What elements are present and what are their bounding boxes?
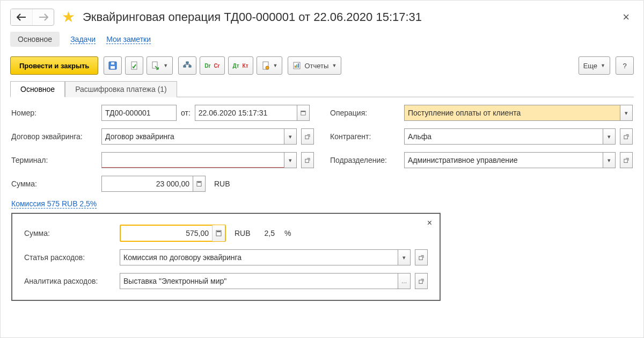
svg-rect-25 xyxy=(419,280,422,283)
counterparty-label: Контрагент: xyxy=(330,132,400,141)
operation-select[interactable] xyxy=(404,105,620,121)
contract-dropdown-button[interactable]: ▾ xyxy=(284,128,297,145)
detail-expense-open-button[interactable] xyxy=(415,249,428,265)
detail-expense-dropdown-button[interactable]: ▾ xyxy=(398,249,411,265)
based-on-button[interactable]: ▼ xyxy=(147,56,173,75)
sub-navigation: Основное Задачи Мои заметки xyxy=(10,32,634,47)
counterparty-open-button[interactable] xyxy=(620,128,633,145)
close-button[interactable]: × xyxy=(618,8,634,26)
help-button[interactable]: ? xyxy=(616,56,634,75)
detail-analytics-open-button[interactable] xyxy=(415,273,428,289)
open-icon xyxy=(419,278,424,284)
structure-button[interactable] xyxy=(178,56,196,75)
calculator-icon xyxy=(196,181,202,187)
detail-analytics-input[interactable] xyxy=(120,273,398,289)
svg-rect-6 xyxy=(184,66,186,67)
drcr-button[interactable]: DrCr xyxy=(200,56,224,75)
tab-main[interactable]: Основное xyxy=(10,81,65,97)
department-open-button[interactable] xyxy=(620,152,633,168)
back-button[interactable] xyxy=(11,9,32,25)
post-button[interactable] xyxy=(125,56,143,75)
svg-rect-21 xyxy=(624,159,627,162)
subnav-main[interactable]: Основное xyxy=(10,32,60,47)
contract-open-button[interactable] xyxy=(301,128,314,145)
number-label: Номер: xyxy=(11,109,97,117)
detail-close-button[interactable]: × xyxy=(427,218,432,228)
forward-button[interactable] xyxy=(32,9,54,25)
department-dropdown-button[interactable]: ▾ xyxy=(603,152,616,168)
operation-dropdown-button[interactable]: ▾ xyxy=(620,105,633,121)
counterparty-input[interactable] xyxy=(404,128,603,145)
terminal-input[interactable] xyxy=(101,152,284,168)
registers-button[interactable]: ▼ xyxy=(257,56,283,75)
from-label: от: xyxy=(181,109,191,117)
svg-rect-2 xyxy=(111,62,114,64)
svg-rect-1 xyxy=(111,66,115,69)
document-check-icon xyxy=(130,61,138,70)
calculator-button[interactable] xyxy=(193,176,206,192)
document-arrow-icon xyxy=(151,61,160,70)
calendar-button[interactable] xyxy=(297,105,310,121)
svg-rect-3 xyxy=(131,62,137,69)
svg-rect-5 xyxy=(186,62,188,63)
detail-amount-input[interactable] xyxy=(121,226,212,241)
toolbar: Провести и закрыть ▼ DrCr ДтКт xyxy=(10,56,634,75)
calendar-icon xyxy=(301,110,306,116)
detail-calculator-button[interactable] xyxy=(212,225,225,241)
detail-analytics-label: Аналитика расходов: xyxy=(24,277,115,285)
currency-label: RUB xyxy=(214,179,230,188)
structure-icon xyxy=(183,61,192,70)
department-input[interactable] xyxy=(404,152,603,168)
amount-label: Сумма: xyxy=(11,179,97,188)
date-input[interactable] xyxy=(195,105,297,121)
svg-rect-23 xyxy=(217,231,221,232)
open-icon xyxy=(624,134,629,140)
operation-label: Операция: xyxy=(330,109,400,117)
terminal-dropdown-button[interactable]: ▾ xyxy=(284,152,297,168)
terminal-open-button[interactable] xyxy=(301,152,314,168)
form-area: Номер: от: Договор эквайринга: ▾ xyxy=(10,97,634,308)
open-icon xyxy=(305,157,310,163)
titlebar: ★ Эквайринговая операция ТД00-000001 от … xyxy=(10,8,634,26)
reports-icon xyxy=(292,61,301,70)
subnav-tasks[interactable]: Задачи xyxy=(70,35,96,44)
favorite-star-icon[interactable]: ★ xyxy=(62,10,75,25)
open-icon xyxy=(624,157,629,163)
dtkt-button[interactable]: ДтКт xyxy=(228,56,253,75)
commission-detail-panel: × Сумма: RUB 2,5 % Статья расходов: ▾ xyxy=(11,213,441,301)
detail-percent-value: 2,5 xyxy=(265,229,275,238)
more-button[interactable]: Еще ▼ xyxy=(579,56,610,75)
save-icon xyxy=(108,61,117,70)
detail-percent-sign: % xyxy=(284,229,291,238)
counterparty-dropdown-button[interactable]: ▾ xyxy=(603,128,616,145)
nav-buttons xyxy=(10,9,54,26)
calculator-icon xyxy=(216,230,222,236)
detail-currency: RUB xyxy=(235,229,251,238)
number-input[interactable] xyxy=(101,105,177,121)
svg-rect-12 xyxy=(296,64,297,68)
tabs: Основное Расшифровка платежа (1) xyxy=(10,81,634,97)
svg-rect-17 xyxy=(305,159,309,162)
svg-rect-24 xyxy=(419,256,422,260)
reports-button[interactable]: Отчеты ▼ xyxy=(288,56,341,75)
open-icon xyxy=(305,134,310,140)
subnav-notes[interactable]: Мои заметки xyxy=(106,35,151,44)
contract-input[interactable] xyxy=(101,128,284,145)
detail-amount-label: Сумма: xyxy=(24,229,115,238)
window-title: Эквайринговая операция ТД00-000001 от 22… xyxy=(83,10,422,24)
save-button[interactable] xyxy=(104,56,122,75)
svg-rect-16 xyxy=(305,135,309,139)
app-window: ★ Эквайринговая операция ТД00-000001 от … xyxy=(0,0,644,338)
tab-payment-detail[interactable]: Расшифровка платежа (1) xyxy=(65,81,177,97)
svg-rect-7 xyxy=(189,66,191,67)
amount-input[interactable] xyxy=(101,176,193,192)
document-gear-icon xyxy=(261,61,270,70)
detail-analytics-ellipsis-button[interactable]: … xyxy=(398,273,411,289)
svg-rect-19 xyxy=(197,182,201,183)
commission-link[interactable]: Комиссия 575 RUB 2,5% xyxy=(11,199,97,208)
detail-amount-field[interactable] xyxy=(120,225,226,242)
detail-expense-input[interactable] xyxy=(120,249,398,265)
detail-expense-label: Статья расходов: xyxy=(24,253,115,262)
svg-rect-20 xyxy=(624,135,627,139)
post-and-close-button[interactable]: Провести и закрыть xyxy=(10,56,98,75)
